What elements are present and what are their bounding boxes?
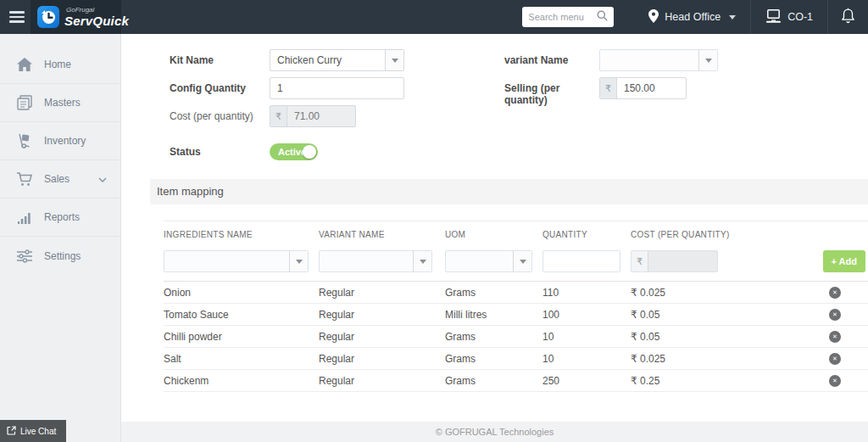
select-caret-icon[interactable] (413, 251, 431, 271)
sidebar-item-masters[interactable]: Masters (0, 84, 120, 122)
sidebar-item-label: Home (44, 59, 71, 70)
delete-row-icon[interactable]: ✕ (829, 375, 841, 387)
cell-variant: Regular (319, 309, 445, 321)
sales-cart-icon (16, 172, 33, 187)
terminal-icon (765, 9, 782, 25)
menu-search-box (522, 7, 614, 27)
sidebar-item-inventory[interactable]: Inventory (0, 122, 120, 160)
store-selector[interactable]: Head Office (634, 0, 750, 34)
table-row: Tomato Sauce Regular Milli litres 100 ₹ … (164, 304, 868, 326)
ingredient-select[interactable] (164, 250, 309, 272)
cell-ingredient: Tomato Sauce (164, 309, 319, 321)
variant-select[interactable] (319, 250, 432, 272)
sidebar-item-settings[interactable]: Settings (0, 237, 120, 275)
sidebar-item-label: Reports (44, 211, 80, 223)
sidebar-item-label: Settings (44, 250, 81, 262)
cell-ingredient: Chilli powder (164, 331, 319, 343)
rupee-symbol: ₹ (600, 78, 617, 98)
cell-cost: ₹ 0.25 (631, 375, 802, 387)
sidebar-nav: Home Masters Inventory Sales (0, 34, 121, 442)
delete-row-icon[interactable]: ✕ (829, 309, 841, 321)
cell-uom: Milli litres (445, 309, 542, 321)
settings-sliders-icon (16, 249, 33, 263)
delete-row-icon[interactable]: ✕ (829, 353, 841, 365)
external-link-icon (7, 426, 16, 437)
sidebar-item-reports[interactable]: Reports (0, 199, 120, 237)
cell-quantity: 10 (542, 353, 631, 365)
sidebar-item-label: Sales (44, 173, 70, 185)
cell-cost: ₹ 0.05 (631, 309, 802, 321)
main-content: Kit Name Chicken Curry Config Quantity (121, 34, 868, 442)
sidebar-item-sales[interactable]: Sales (0, 160, 120, 199)
cell-cost: ₹ 0.025 (631, 353, 802, 365)
cell-cost: ₹ 0.025 (631, 287, 802, 299)
status-toggle[interactable]: Active (270, 143, 318, 160)
cell-cost: ₹ 0.05 (631, 331, 802, 343)
table-row: Onion Regular Grams 110 ₹ 0.025 ✕ (164, 282, 868, 304)
sidebar-item-label: Masters (44, 97, 81, 109)
select-caret-icon[interactable] (289, 251, 308, 271)
delete-row-icon[interactable]: ✕ (829, 331, 841, 343)
cell-variant: Regular (319, 375, 445, 387)
column-header-uom: UOM (445, 230, 542, 239)
config-quantity-input[interactable] (270, 78, 403, 98)
brand-gofrugal-label: GoFrugal (64, 7, 129, 14)
cell-quantity: 100 (542, 309, 631, 321)
home-icon (16, 58, 33, 71)
search-input[interactable] (528, 12, 597, 22)
servquick-app: GoFrugal ServQuick Head Office CO-1 (0, 0, 868, 442)
add-ingredient-button[interactable]: + Add (823, 250, 865, 272)
cell-uom: Grams (445, 287, 542, 299)
live-chat-label: Live Chat (20, 427, 56, 436)
item-mapping-section-title: Item mapping (150, 179, 868, 204)
location-pin-icon (648, 9, 659, 25)
cell-variant: Regular (319, 353, 445, 365)
cell-quantity: 110 (542, 287, 631, 299)
cell-variant: Regular (319, 331, 445, 343)
kit-form: Kit Name Chicken Curry Config Quantity (121, 34, 868, 166)
brand-logo: GoFrugal ServQuick (31, 0, 121, 34)
column-header-ingredients: INGREDIENTS NAME (164, 230, 319, 239)
table-row: Chickenm Regular Grams 250 ₹ 0.25 ✕ (164, 370, 868, 392)
servquick-logo-icon (37, 6, 59, 28)
selling-per-quantity-input[interactable] (617, 78, 686, 98)
variant-name-select[interactable] (599, 49, 718, 71)
kit-name-label: Kit Name (170, 49, 270, 71)
status-label: Status (170, 141, 270, 160)
item-mapping-table: INGREDIENTS NAME VARIANT NAME UOM QUANTI… (164, 221, 868, 392)
select-caret-icon[interactable] (698, 50, 717, 70)
rupee-symbol: ₹ (270, 106, 287, 126)
select-caret-icon[interactable] (385, 50, 403, 70)
cost-per-quantity-input (287, 106, 355, 126)
kit-name-value: Chicken Curry (270, 54, 342, 66)
sidebar-item-home[interactable]: Home (0, 46, 120, 84)
bell-icon (841, 8, 855, 27)
cost-input (648, 251, 717, 271)
config-quantity-label: Config Quantity (170, 77, 270, 99)
hamburger-menu-icon[interactable] (0, 11, 31, 23)
masters-icon (16, 95, 33, 110)
quantity-input[interactable] (543, 251, 620, 271)
chevron-down-icon (729, 15, 736, 20)
cell-variant: Regular (319, 287, 445, 299)
cell-ingredient: Chickenm (164, 375, 319, 387)
column-header-quantity: QUANTITY (542, 230, 631, 239)
search-icon[interactable] (597, 9, 608, 25)
uom-select[interactable] (445, 250, 532, 272)
kit-name-select[interactable]: Chicken Curry (270, 49, 404, 71)
copyright-footer: © GOFRUGAL Technologies (121, 422, 868, 442)
terminal-selector[interactable]: CO-1 (751, 0, 827, 34)
table-header-row: INGREDIENTS NAME VARIANT NAME UOM QUANTI… (164, 221, 868, 250)
delete-row-icon[interactable]: ✕ (829, 287, 841, 299)
column-header-cost: COST (PER QUANTITY) (631, 230, 802, 239)
cell-uom: Grams (445, 331, 542, 343)
select-caret-icon[interactable] (513, 251, 531, 271)
sidebar-item-label: Inventory (44, 135, 86, 147)
notifications-button[interactable] (828, 8, 868, 27)
cell-quantity: 250 (542, 375, 631, 387)
store-name-label: Head Office (665, 11, 721, 23)
live-chat-button[interactable]: Live Chat (0, 420, 66, 442)
chevron-down-icon (98, 173, 107, 185)
selling-per-quantity-label: Selling (per quantity) (504, 77, 599, 106)
cell-uom: Grams (445, 353, 542, 365)
